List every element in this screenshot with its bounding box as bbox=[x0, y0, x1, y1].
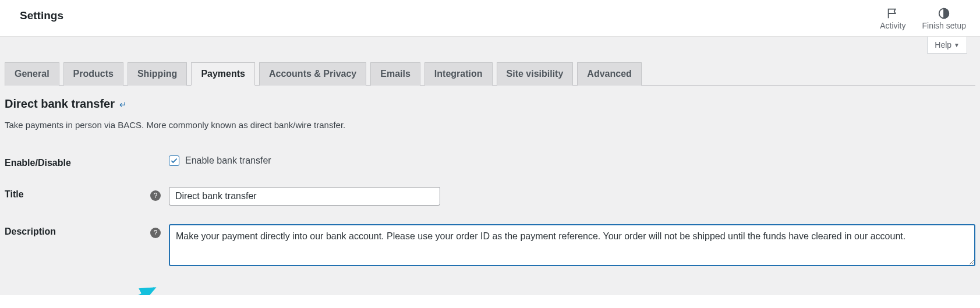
tab-emails[interactable]: Emails bbox=[370, 62, 420, 86]
form-table: Enable/Disable Enable bank transfer Titl… bbox=[5, 146, 975, 278]
title-input[interactable] bbox=[169, 187, 440, 206]
tab-accounts-privacy[interactable]: Accounts & Privacy bbox=[259, 62, 366, 86]
description-row: Description ? bbox=[5, 215, 975, 278]
section: Direct bank transfer ↵ Take payments in … bbox=[5, 86, 975, 278]
description-label: Description bbox=[5, 224, 150, 237]
content: Help ▼ GeneralProductsShippingPaymentsAc… bbox=[0, 37, 980, 295]
finish-setup-label: Finish setup bbox=[922, 21, 966, 30]
help-icon[interactable]: ? bbox=[150, 228, 161, 238]
section-description: Take payments in person via BACS. More c… bbox=[5, 120, 975, 130]
help-button[interactable]: Help ▼ bbox=[927, 37, 967, 54]
tab-advanced[interactable]: Advanced bbox=[577, 62, 641, 86]
activity-button[interactable]: Activity bbox=[880, 7, 905, 30]
enable-checkbox[interactable] bbox=[169, 155, 179, 166]
activity-label: Activity bbox=[880, 21, 905, 30]
caret-down-icon: ▼ bbox=[954, 42, 960, 48]
section-title: Direct bank transfer bbox=[5, 97, 115, 111]
tab-general[interactable]: General bbox=[5, 62, 59, 86]
check-icon bbox=[170, 157, 178, 165]
enable-checkbox-label: Enable bank transfer bbox=[185, 155, 271, 166]
tab-site-visibility[interactable]: Site visibility bbox=[497, 62, 574, 86]
tabs: GeneralProductsShippingPaymentsAccounts … bbox=[5, 37, 975, 86]
return-link[interactable]: ↵ bbox=[119, 100, 127, 110]
svg-line-2 bbox=[111, 288, 154, 295]
help-icon[interactable]: ? bbox=[150, 190, 161, 201]
header-actions: Activity Finish setup bbox=[880, 7, 966, 30]
page-title: Settings bbox=[20, 7, 880, 22]
description-textarea[interactable] bbox=[169, 224, 975, 266]
tab-shipping[interactable]: Shipping bbox=[128, 62, 187, 86]
contrast-circle-icon bbox=[937, 7, 950, 20]
title-label: Title bbox=[5, 187, 150, 200]
header: Settings Activity Finish setup bbox=[0, 0, 980, 37]
tab-payments[interactable]: Payments bbox=[191, 62, 255, 86]
title-row: Title ? bbox=[5, 178, 975, 215]
flag-icon bbox=[886, 7, 899, 20]
finish-setup-button[interactable]: Finish setup bbox=[922, 7, 966, 30]
tab-integration[interactable]: Integration bbox=[424, 62, 493, 86]
tab-products[interactable]: Products bbox=[63, 62, 123, 86]
annotation-arrow bbox=[105, 281, 163, 295]
help-label: Help bbox=[935, 40, 951, 49]
enable-row: Enable/Disable Enable bank transfer bbox=[5, 146, 975, 178]
enable-label: Enable/Disable bbox=[5, 155, 150, 168]
